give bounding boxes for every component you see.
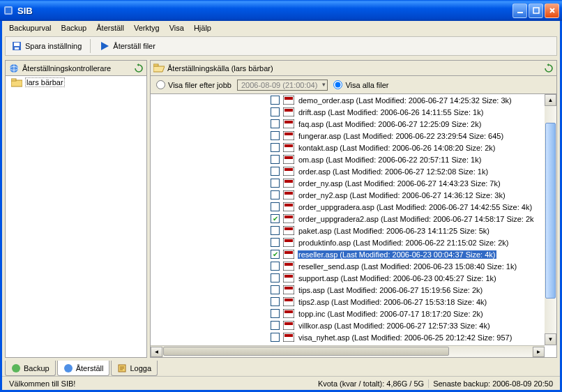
file-checkbox[interactable] (271, 238, 280, 247)
save-settings-label: Spara inställning (25, 42, 82, 50)
radio-after-job[interactable]: Visa filer efter jobb (156, 80, 231, 89)
radio-after-job-input[interactable] (156, 80, 165, 89)
file-label: om.asp (Last Modified: 2006-06-22 20:57:… (298, 156, 482, 164)
file-row[interactable]: reseller_send.asp (Last Modified: 2006-0… (271, 260, 556, 272)
maximize-button[interactable] (529, 3, 543, 18)
file-checkbox[interactable] (271, 143, 280, 152)
tab-backup[interactable]: Backup (5, 361, 56, 376)
menu-help[interactable]: Hjälp (190, 22, 215, 33)
save-settings-button[interactable]: Spara inställning (8, 39, 84, 53)
file-row[interactable]: faq.asp (Last Modified: 2006-06-27 12:25… (271, 118, 556, 130)
file-checkbox[interactable] (271, 179, 280, 188)
refresh-icon[interactable] (134, 63, 144, 73)
file-row[interactable]: fungerar.asp (Last Modified: 2006-06-22 … (271, 130, 556, 142)
file-checkbox[interactable] (271, 107, 280, 116)
menu-backupurval[interactable]: Backupurval (5, 22, 56, 33)
file-row[interactable]: produktinfo.asp (Last Modified: 2006-06-… (271, 236, 556, 248)
right-panel-header: Återställningskälla (lars bärbar) (151, 61, 556, 76)
svg-rect-47 (284, 275, 293, 278)
menu-tools[interactable]: Verktyg (130, 22, 164, 33)
file-icon (283, 131, 294, 140)
tab-restore[interactable]: Återställ (57, 361, 110, 376)
tree-root[interactable]: lars bärbar (6, 76, 146, 89)
menu-view[interactable]: Visa (165, 22, 188, 33)
file-row[interactable]: order_ny2.asp (Last Modified: 2006-06-27… (271, 189, 556, 201)
hscroll-track[interactable] (163, 347, 532, 357)
file-row[interactable]: demo_order.asp (Last Modified: 2006-06-2… (271, 94, 556, 106)
file-checkbox[interactable] (271, 226, 280, 235)
left-panel-header: Återställningskontrollerare (6, 61, 146, 76)
file-label: reseller.asp (Last Modified: 2006-06-23 … (298, 250, 496, 259)
file-label: drift.asp (Last Modified: 2006-06-26 14:… (298, 108, 484, 116)
file-list-body[interactable]: demo_order.asp (Last Modified: 2006-06-2… (151, 94, 556, 357)
file-row[interactable]: villkor.asp (Last Modified: 2006-06-27 1… (271, 319, 556, 331)
file-icon (283, 143, 294, 152)
radio-all-files-input[interactable] (333, 80, 342, 89)
file-row[interactable]: visa_nyhet.asp (Last Modified: 2006-06-2… (271, 331, 556, 343)
file-checkbox[interactable] (271, 119, 280, 128)
scroll-up-arrow[interactable]: ▲ (545, 94, 556, 106)
horizontal-scrollbar[interactable]: ◄ ► (151, 345, 545, 357)
file-icon (283, 226, 294, 235)
scroll-right-arrow[interactable]: ► (533, 347, 545, 357)
file-checkbox[interactable] (271, 285, 280, 294)
file-row[interactable]: om.asp (Last Modified: 2006-06-22 20:57:… (271, 153, 556, 165)
file-checkbox[interactable] (271, 167, 280, 176)
file-icon (283, 273, 294, 282)
file-row[interactable]: tips2.asp (Last Modified: 2006-06-27 15:… (271, 296, 556, 308)
refresh-icon[interactable] (544, 63, 554, 73)
file-row[interactable]: kontakt.asp (Last Modified: 2006-06-26 1… (271, 142, 556, 153)
file-label: order_uppgradera.asp (Last Modified: 200… (298, 203, 533, 211)
svg-rect-30 (283, 179, 294, 188)
date-dropdown[interactable]: 2006-08-09 (21:00:04) (237, 80, 328, 91)
file-checkbox[interactable] (271, 273, 280, 282)
file-row[interactable]: drift.asp (Last Modified: 2006-06-26 14:… (271, 106, 556, 118)
minimize-button[interactable] (512, 3, 527, 18)
scroll-down-arrow[interactable]: ▼ (545, 333, 556, 345)
file-checkbox[interactable] (271, 321, 280, 330)
svg-rect-2 (517, 12, 523, 13)
right-panel: Återställningskälla (lars bärbar) Visa f… (150, 60, 557, 358)
file-checkbox[interactable] (271, 190, 280, 199)
vscroll-thumb[interactable] (545, 123, 556, 299)
radio-all-files[interactable]: Visa alla filer (333, 80, 388, 89)
file-checkbox[interactable] (271, 262, 280, 271)
restore-files-button[interactable]: Återställ filer (96, 39, 158, 53)
svg-rect-56 (283, 333, 294, 342)
svg-marker-7 (101, 42, 109, 50)
svg-rect-1 (6, 8, 11, 13)
file-label: kontakt.asp (Last Modified: 2006-06-26 1… (298, 144, 496, 152)
play-icon (99, 40, 110, 52)
svg-rect-6 (15, 47, 19, 50)
close-button[interactable] (545, 3, 559, 18)
file-row[interactable]: order_uppgradera2.asp (Last Modified: 20… (271, 213, 556, 225)
file-label: topp.inc (Last Modified: 2006-07-17 18:1… (298, 310, 484, 318)
file-checkbox[interactable] (271, 96, 280, 105)
tree-body[interactable]: lars bärbar (6, 76, 146, 357)
file-row[interactable]: order_ny.asp (Last Modified: 2006-06-27 … (271, 177, 556, 189)
hscroll-thumb[interactable] (163, 347, 449, 356)
file-checkbox[interactable] (271, 250, 280, 259)
file-checkbox[interactable] (271, 155, 280, 164)
svg-rect-53 (284, 310, 293, 313)
file-row[interactable]: support.asp (Last Modified: 2006-06-23 0… (271, 272, 556, 284)
file-row[interactable]: order.asp (Last Modified: 2006-06-27 12:… (271, 165, 556, 177)
file-checkbox[interactable] (271, 214, 280, 223)
file-row[interactable]: tips.asp (Last Modified: 2006-06-27 15:1… (271, 284, 556, 296)
vertical-scrollbar[interactable]: ▲ ▼ (545, 94, 556, 345)
file-checkbox[interactable] (271, 131, 280, 140)
menu-restore[interactable]: Återställ (92, 22, 128, 33)
scroll-left-arrow[interactable]: ◄ (151, 347, 162, 357)
menu-backup[interactable]: Backup (57, 22, 91, 33)
file-row[interactable]: reseller.asp (Last Modified: 2006-06-23 … (271, 248, 556, 260)
file-checkbox[interactable] (271, 202, 280, 211)
file-row[interactable]: paket.asp (Last Modified: 2006-06-23 14:… (271, 225, 556, 236)
file-checkbox[interactable] (271, 309, 280, 318)
svg-rect-26 (283, 155, 294, 164)
file-checkbox[interactable] (271, 333, 280, 342)
file-row[interactable]: topp.inc (Last Modified: 2006-07-17 18:1… (271, 308, 556, 319)
file-checkbox[interactable] (271, 297, 280, 306)
file-row[interactable]: order_uppgradera.asp (Last Modified: 200… (271, 201, 556, 213)
vscroll-track[interactable] (545, 106, 556, 333)
tab-log[interactable]: Logga (111, 361, 158, 376)
